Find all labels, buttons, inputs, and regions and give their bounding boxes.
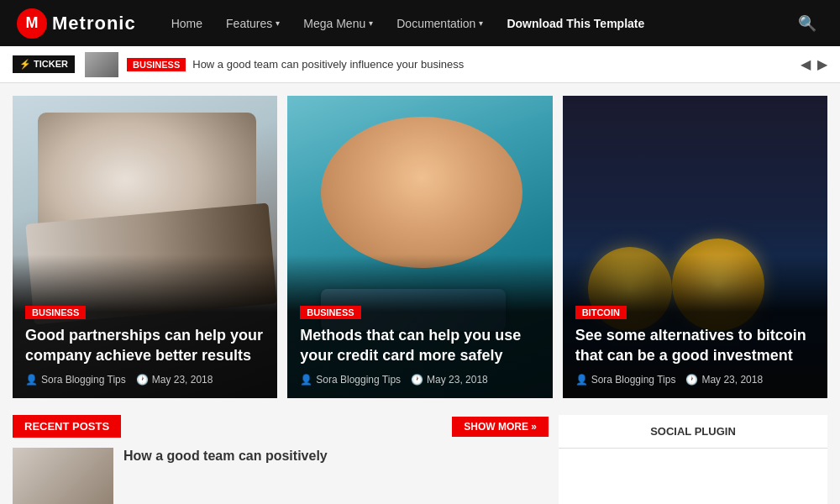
- nav-item-mega-menu[interactable]: Mega Menu ▾: [293, 10, 383, 37]
- card-1-title: Good partnerships can help your company …: [25, 326, 265, 365]
- card-3-overlay: BITCOIN See some alternatives to bitcoin…: [563, 255, 827, 398]
- ticker-bar: ⚡ TICKER BUSINESS How a good team can po…: [0, 46, 840, 83]
- search-icon: 🔍: [798, 15, 816, 32]
- author-icon: 👤: [575, 374, 588, 386]
- ticker-thumbnail: [85, 52, 118, 77]
- logo-text: Metronic: [52, 13, 136, 34]
- show-more-button[interactable]: SHOW MORE »: [452, 417, 549, 437]
- chevron-down-icon: ▾: [276, 18, 280, 28]
- chevron-down-icon: ▾: [369, 18, 373, 28]
- recent-post-item[interactable]: How a good team can positively: [13, 448, 549, 504]
- logo-link[interactable]: M Metronic: [17, 8, 136, 39]
- ticker-thumb-image: [85, 52, 118, 77]
- clock-icon: 🕐: [411, 374, 423, 386]
- recent-post-title: How a good team can positively: [123, 448, 328, 465]
- navbar: M Metronic Home Features ▾ Mega Menu ▾ D…: [0, 0, 840, 46]
- nav-item-documentation[interactable]: Documentation ▾: [386, 10, 493, 37]
- card-1-author: 👤 Sora Blogging Tips: [25, 374, 126, 386]
- card-3-author: 👤 Sora Blogging Tips: [575, 374, 676, 386]
- author-icon: 👤: [25, 374, 38, 386]
- card-1-meta: 👤 Sora Blogging Tips 🕐 May 23, 2018: [25, 374, 265, 386]
- ticker-category: BUSINESS: [127, 58, 186, 71]
- nav-item-features[interactable]: Features ▾: [216, 10, 290, 37]
- social-plugin-section: SOCIAL PLUGIN: [559, 415, 827, 504]
- bottom-section: RECENT POSTS SHOW MORE » How a good team…: [13, 415, 827, 504]
- recent-post-thumbnail: [13, 448, 113, 504]
- card-2-meta: 👤 Sora Blogging Tips 🕐 May 23, 2018: [300, 374, 539, 386]
- clock-icon: 🕐: [136, 374, 149, 386]
- nav-links: Home Features ▾ Mega Menu ▾ Documentatio…: [161, 10, 791, 37]
- card-2-category: BUSINESS: [300, 306, 360, 319]
- card-2-overlay: BUSINESS Methods that can help you use y…: [287, 255, 552, 398]
- recent-posts-header: RECENT POSTS SHOW MORE »: [13, 415, 549, 438]
- card-1-date: 🕐 May 23, 2018: [136, 374, 213, 386]
- card-3[interactable]: BITCOIN See some alternatives to bitcoin…: [563, 96, 827, 398]
- card-2-title: Methods that can help you use your credi…: [300, 326, 539, 365]
- nav-download-button[interactable]: Download This Template: [496, 10, 654, 37]
- ticker-text: How a good team can positively influence…: [192, 58, 464, 71]
- card-1-overlay: BUSINESS Good partnerships can help your…: [13, 255, 277, 398]
- author-icon: 👤: [300, 374, 312, 386]
- recent-posts-section: RECENT POSTS SHOW MORE » How a good team…: [13, 415, 549, 504]
- nav-item-home[interactable]: Home: [161, 10, 213, 37]
- recent-posts-label: RECENT POSTS: [13, 415, 121, 438]
- ticker-prev-icon[interactable]: ◀: [801, 56, 811, 72]
- card-1-category: BUSINESS: [25, 306, 86, 319]
- card-3-category: BITCOIN: [575, 306, 627, 319]
- card-2-author: 👤 Sora Blogging Tips: [300, 374, 401, 386]
- cards-grid: BUSINESS Good partnerships can help your…: [13, 96, 827, 398]
- ticker-controls: ◀ ▶: [801, 56, 827, 72]
- ticker-label: ⚡ TICKER: [13, 55, 75, 73]
- social-plugin-header: SOCIAL PLUGIN: [559, 415, 827, 449]
- card-2-date: 🕐 May 23, 2018: [411, 374, 488, 386]
- card-2[interactable]: BUSINESS Methods that can help you use y…: [287, 96, 552, 398]
- card-3-title: See some alternatives to bitcoin that ca…: [575, 326, 815, 365]
- clock-icon: 🕐: [685, 374, 698, 386]
- chevron-down-icon: ▾: [479, 18, 483, 28]
- card-3-date: 🕐 May 23, 2018: [685, 374, 763, 386]
- card-3-meta: 👤 Sora Blogging Tips 🕐 May 23, 2018: [575, 374, 815, 386]
- ticker-next-icon[interactable]: ▶: [817, 56, 827, 72]
- search-button[interactable]: 🔍: [791, 8, 823, 39]
- card-1[interactable]: BUSINESS Good partnerships can help your…: [13, 96, 277, 398]
- logo-icon: M: [17, 8, 47, 39]
- main-content: BUSINESS Good partnerships can help your…: [0, 83, 840, 504]
